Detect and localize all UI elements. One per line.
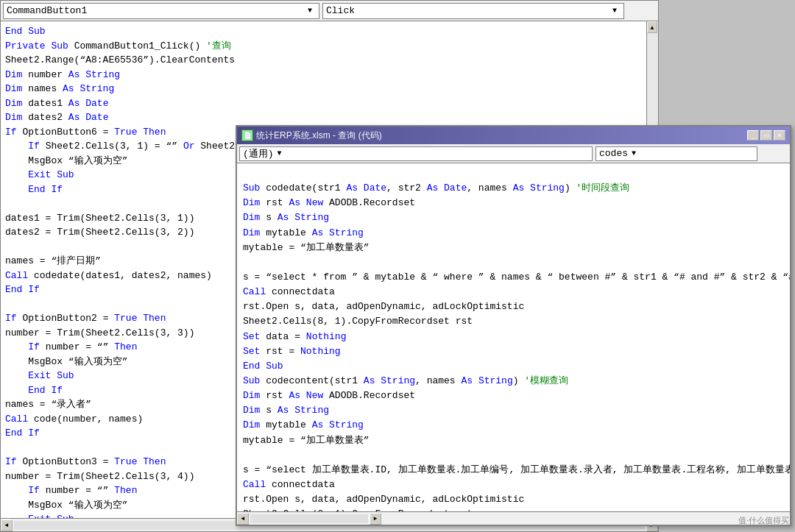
vscroll-up-btn[interactable]: ▲ [647,21,657,33]
sub-hscroll-track[interactable] [250,514,368,523]
main-object-dropdown-arrow[interactable]: ▼ [304,5,316,17]
code-line [243,255,784,270]
sub-proc-dropdown-arrow[interactable]: ▼ [628,148,640,160]
code-line: Set rst = Nothing [243,344,784,359]
sub-object-dropdown[interactable]: (通用) ▼ [239,146,593,161]
main-proc-dropdown-arrow[interactable]: ▼ [609,5,621,17]
code-line: Dim dates2 As Date [5,110,643,125]
main-object-dropdown[interactable]: CommandButton1 ▼ [3,3,319,19]
code-line: Private Sub CommandButton1_Click() '查询 [5,39,643,54]
watermark: 值·什么值得买 [738,515,789,526]
code-line: rst.Open s, data, adOpenDynamic, adLockO… [243,299,784,314]
code-line: Dim mytable As String [243,226,784,241]
code-line: Dim dates1 As Date [5,96,643,111]
sub-vba-window: 📄 统计ERP系统.xlsm - 查询 (代码) _ ▭ ✕ (通用) ▼ co… [236,125,791,526]
sub-hscroll-left-btn[interactable]: ◄ [237,513,249,525]
code-line: Sheet2.Cells(8, 1).CopyFromRecordset rst [243,314,784,329]
sub-window-icon: 📄 [241,130,253,141]
code-line: Call connectdata [243,478,784,492]
code-line: Set data = Nothing [243,330,784,344]
code-line: Dim s As String [243,210,784,225]
code-line: s = “select * from ” & mytable & “ where… [243,270,784,285]
sub-window-buttons: _ ▭ ✕ [747,130,785,141]
restore-button[interactable]: ▭ [760,130,772,141]
code-line: Sheet2.Range(“A8:AE65536”).ClearContents [5,53,643,68]
minimize-button[interactable]: _ [747,130,759,141]
code-line: Sub codedate(str1 As Date, str2 As Date,… [243,181,784,196]
code-line: Dim rst As New ADODB.Recordset [243,389,784,403]
code-line: mytable = “加工单数量表” [243,433,784,448]
sub-window-title: 统计ERP系统.xlsm - 查询 (代码) [256,130,747,142]
sub-object-dropdown-arrow[interactable]: ▼ [274,148,286,160]
code-line: Dim rst As New ADODB.Recordset [243,196,784,210]
sub-hscroll-right-btn[interactable]: ► [370,513,381,525]
code-line: Dim s As String [243,403,784,418]
code-line: mytable = “加工单数量表” [243,241,784,255]
code-line [243,166,784,181]
sub-toolbar: (通用) ▼ codes ▼ [237,144,790,163]
code-line: rst.Open s, data, adOpenDynamic, adLockO… [243,492,784,507]
main-toolbar: CommandButton1 ▼ Click ▼ ▲ ▼ [1,1,658,21]
code-line: s = “select 加工单数量表.ID, 加工单数量表.加工单编号, 加工单… [243,463,784,478]
code-line: Call connectdata [243,285,784,299]
sub-code-area[interactable]: Sub codedate(str1 As Date, str2 As Date,… [237,163,790,511]
main-proc-dropdown[interactable]: Click ▼ [322,3,624,19]
code-line: Dim names As String [5,82,643,96]
sub-proc-dropdown[interactable]: codes ▼ [596,146,757,161]
code-line: Dim number As String [5,68,643,82]
code-line: End Sub [243,359,784,374]
code-line: Sub codecontent(str1 As String, names As… [243,374,784,389]
sub-titlebar: 📄 统计ERP系统.xlsm - 查询 (代码) _ ▭ ✕ [237,127,790,144]
code-line: Dim mytable As String [243,418,784,433]
code-line: End Sub [5,24,643,39]
close-button[interactable]: ✕ [774,130,785,141]
code-line [243,448,784,463]
hscroll-left-btn[interactable]: ◄ [1,519,13,531]
sub-hscrollbar[interactable]: ◄ ► [237,511,790,525]
